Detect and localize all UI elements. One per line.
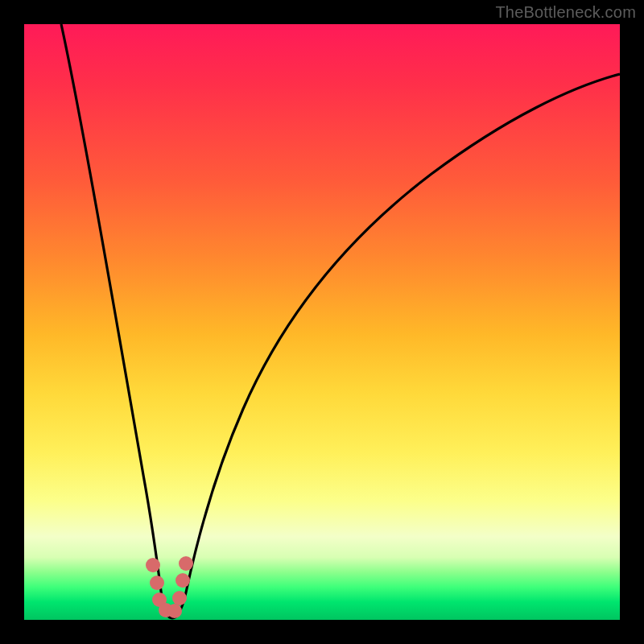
watermark-text: TheBottleneck.com — [495, 3, 636, 22]
svg-point-4 — [167, 604, 182, 618]
svg-point-0 — [146, 558, 160, 572]
bottleneck-curve — [61, 24, 620, 618]
curve-layer — [24, 24, 620, 620]
svg-point-7 — [179, 556, 193, 571]
chart-frame: TheBottleneck.com — [0, 0, 644, 644]
svg-point-1 — [150, 576, 164, 590]
svg-point-6 — [175, 573, 190, 588]
plot-area — [24, 24, 620, 620]
svg-point-5 — [172, 591, 187, 605]
